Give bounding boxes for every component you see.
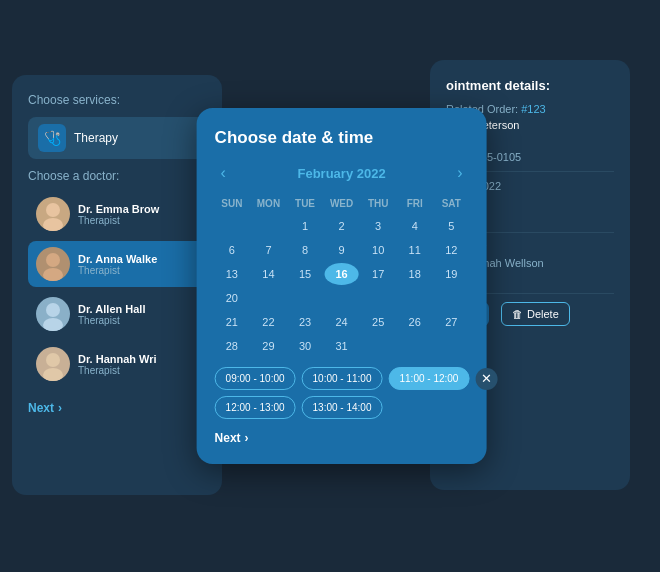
doctor-info-allen: Dr. Allen Hall Therapist (78, 303, 145, 326)
cal-day-28[interactable]: 28 (215, 335, 250, 357)
svg-point-4 (46, 303, 60, 317)
cal-day-empty (215, 215, 250, 237)
cal-day-6[interactable]: 6 (215, 239, 250, 261)
next-icon: › (58, 401, 62, 415)
doctor-info-anna: Dr. Anna Walke Therapist (78, 253, 157, 276)
cal-day-26[interactable]: 26 (397, 311, 432, 333)
prev-month-button[interactable]: ‹ (215, 162, 232, 184)
services-title: Choose services: (28, 93, 206, 107)
cal-day-31[interactable]: 31 (324, 335, 359, 357)
time-slot-0900[interactable]: 09:00 - 10:00 (215, 367, 296, 390)
cal-day-30[interactable]: 30 (288, 335, 323, 357)
cal-day-8[interactable]: 8 (288, 239, 323, 261)
time-slot-1300[interactable]: 13:00 - 14:00 (302, 396, 383, 419)
cal-day-16-selected[interactable]: 16 (324, 263, 359, 285)
avatar-emma (36, 197, 70, 231)
cal-day-empty (361, 335, 396, 357)
doctor-info-hannah: Dr. Hannah Wri Therapist (78, 353, 157, 376)
order-link[interactable]: #123 (521, 103, 545, 115)
cal-day-17[interactable]: 17 (361, 263, 396, 285)
cal-day-10[interactable]: 10 (361, 239, 396, 261)
day-header-mon: MON (251, 194, 286, 213)
svg-point-6 (46, 353, 60, 367)
svg-point-7 (43, 368, 63, 381)
calendar-grid: SUN MON TUE WED THU FRI SAT 1 2 3 4 5 6 … (215, 194, 469, 357)
trash-icon: 🗑 (512, 308, 523, 320)
svg-point-2 (46, 253, 60, 267)
doctor-item[interactable]: Dr. Emma Brow Therapist (28, 191, 206, 237)
next-month-button[interactable]: › (451, 162, 468, 184)
cal-day-18[interactable]: 18 (397, 263, 432, 285)
calendar-next-button[interactable]: Next › (215, 431, 249, 445)
doctor-item-hannah[interactable]: Dr. Hannah Wri Therapist (28, 341, 206, 387)
day-header-fri: FRI (397, 194, 432, 213)
cal-day-19[interactable]: 19 (434, 263, 469, 285)
cal-day-11[interactable]: 11 (397, 239, 432, 261)
cal-day-22[interactable]: 22 (251, 311, 286, 333)
cal-day-empty (288, 287, 323, 309)
doctor-item-active[interactable]: Dr. Anna Walke Therapist (28, 241, 206, 287)
service-therapy-item[interactable]: 🩺 Therapy (28, 117, 206, 159)
svg-point-5 (43, 318, 63, 331)
cal-day-5[interactable]: 5 (434, 215, 469, 237)
cal-day-15[interactable]: 15 (288, 263, 323, 285)
left-card-next-button[interactable]: Next › (28, 401, 62, 415)
cal-day-4[interactable]: 4 (397, 215, 432, 237)
cal-day-empty (434, 335, 469, 357)
day-header-tue: TUE (288, 194, 323, 213)
cal-day-20[interactable]: 20 (215, 287, 250, 309)
time-slots-container: 09:00 - 10:00 10:00 - 11:00 11:00 - 12:0… (215, 367, 469, 419)
cal-day-24[interactable]: 24 (324, 311, 359, 333)
appointment-title: ointment details: (446, 78, 614, 93)
time-slot-close-button[interactable]: ✕ (475, 368, 497, 390)
cal-day-empty (251, 215, 286, 237)
avatar-hannah (36, 347, 70, 381)
cal-day-29[interactable]: 29 (251, 335, 286, 357)
doctor-title: Choose a doctor: (28, 169, 206, 183)
svg-point-3 (43, 268, 63, 281)
cal-day-13[interactable]: 13 (215, 263, 250, 285)
cal-day-27[interactable]: 27 (434, 311, 469, 333)
cal-next-icon: › (245, 431, 249, 445)
delete-button[interactable]: 🗑 Delete (501, 302, 570, 326)
cal-day-23[interactable]: 23 (288, 311, 323, 333)
month-year-label: February 2022 (298, 166, 386, 181)
cal-day-7[interactable]: 7 (251, 239, 286, 261)
avatar-anna (36, 247, 70, 281)
time-slot-1200[interactable]: 12:00 - 13:00 (215, 396, 296, 419)
day-header-sun: SUN (215, 194, 250, 213)
cal-day-empty (251, 287, 286, 309)
day-header-sat: SAT (434, 194, 469, 213)
calendar-title: Choose date & time (215, 128, 469, 148)
time-row-1: 09:00 - 10:00 10:00 - 11:00 11:00 - 12:0… (215, 367, 469, 390)
svg-point-0 (46, 203, 60, 217)
doctor-item-allen[interactable]: Dr. Allen Hall Therapist (28, 291, 206, 337)
calendar-card: Choose date & time ‹ February 2022 › SUN… (197, 108, 487, 464)
cal-day-empty (397, 335, 432, 357)
cal-day-empty (361, 287, 396, 309)
time-slot-1100-selected[interactable]: 11:00 - 12:00 (388, 367, 469, 390)
cal-day-3[interactable]: 3 (361, 215, 396, 237)
cal-day-25[interactable]: 25 (361, 311, 396, 333)
cal-day-2[interactable]: 2 (324, 215, 359, 237)
cal-day-14[interactable]: 14 (251, 263, 286, 285)
day-header-wed: WED (324, 194, 359, 213)
avatar-allen (36, 297, 70, 331)
calendar-nav: ‹ February 2022 › (215, 162, 469, 184)
cal-day-empty (324, 287, 359, 309)
cal-day-empty (434, 287, 469, 309)
cal-day-1[interactable]: 1 (288, 215, 323, 237)
doctor-info-emma: Dr. Emma Brow Therapist (78, 203, 159, 226)
cal-day-9[interactable]: 9 (324, 239, 359, 261)
time-row-2: 12:00 - 13:00 13:00 - 14:00 (215, 396, 469, 419)
day-header-thu: THU (361, 194, 396, 213)
svg-point-1 (43, 218, 63, 231)
cal-day-12[interactable]: 12 (434, 239, 469, 261)
time-slot-1000[interactable]: 10:00 - 11:00 (302, 367, 383, 390)
cal-day-21[interactable]: 21 (215, 311, 250, 333)
therapy-icon: 🩺 (38, 124, 66, 152)
choose-services-card: Choose services: 🩺 Therapy Choose a doct… (12, 75, 222, 495)
cal-day-empty (397, 287, 432, 309)
